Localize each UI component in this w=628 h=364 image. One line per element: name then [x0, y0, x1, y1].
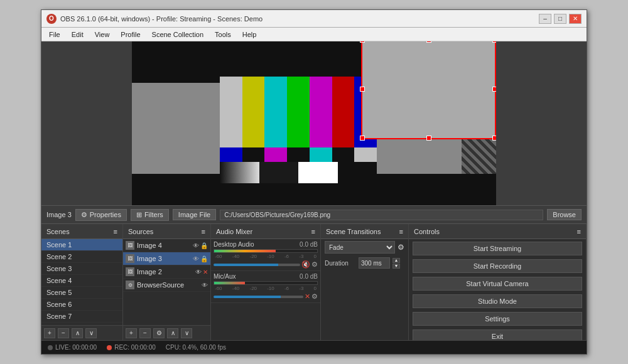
- scene-item-7[interactable]: Scene 7: [41, 311, 122, 323]
- sources-menu-icon[interactable]: ≡: [202, 228, 205, 235]
- source-up-button[interactable]: ∧: [167, 328, 178, 338]
- transitions-header: Scene Transitions ≡: [321, 224, 408, 239]
- start-recording-button[interactable]: Start Recording: [413, 259, 582, 273]
- source-actions-image4: 👁 🔒: [193, 242, 208, 249]
- source-settings-button[interactable]: ⚙: [153, 328, 165, 338]
- app-icon: O: [46, 14, 57, 24]
- source-eye-icon-image4[interactable]: 👁: [193, 242, 199, 249]
- bar-red: [332, 77, 355, 147]
- bar-m1: [220, 147, 242, 162]
- source-lock-icon-image3[interactable]: 🔒: [200, 255, 208, 262]
- studio-mode-button[interactable]: Studio Mode: [413, 294, 582, 308]
- window-title: OBS 26.1.0 (64-bit, windows) - Profile: …: [60, 15, 539, 23]
- selected-source-label: Image 3: [46, 211, 72, 218]
- scenes-panel-header: Scenes ≡: [41, 224, 122, 239]
- desktop-audio-mute[interactable]: 🔇: [301, 260, 310, 269]
- mic-aux-settings[interactable]: ⚙: [311, 292, 318, 301]
- scene-item-2[interactable]: Scene 2: [41, 251, 122, 263]
- menu-edit[interactable]: Edit: [67, 29, 89, 40]
- scene-up-button[interactable]: ∧: [72, 328, 83, 338]
- mic-aux-fader[interactable]: [214, 296, 303, 298]
- menu-scene-collection[interactable]: Scene Collection: [147, 29, 209, 40]
- color-bars: [220, 77, 377, 183]
- transition-type-select[interactable]: Fade Cut Swipe Slide: [325, 241, 395, 254]
- selection-box: [361, 41, 496, 139]
- start-virtual-camera-button[interactable]: Start Virtual Camera: [413, 277, 582, 291]
- properties-button[interactable]: ⚙ Properties: [75, 209, 127, 221]
- transitions-gear-icon[interactable]: ⚙: [398, 243, 404, 252]
- cpu-status: CPU: 0.4%, 60.00 fps: [166, 344, 226, 351]
- handle-mr[interactable]: [492, 87, 496, 92]
- scene-item-4[interactable]: Scene 4: [41, 275, 122, 287]
- scene-item-5[interactable]: Scene 5: [41, 287, 122, 299]
- desktop-audio-settings[interactable]: ⚙: [311, 260, 318, 269]
- scene-item-3[interactable]: Scene 3: [41, 263, 122, 275]
- settings-button[interactable]: Settings: [413, 312, 582, 326]
- source-down-button[interactable]: ∨: [181, 328, 192, 338]
- menu-help[interactable]: Help: [237, 29, 262, 40]
- image-file-button[interactable]: Image File: [173, 209, 216, 220]
- mic-aux-header: Mic/Aux 0.0 dB: [214, 273, 318, 280]
- transitions-panel: Scene Transitions ≡ Fade Cut Swipe Slide…: [321, 224, 409, 340]
- source-actions-browser: 👁: [202, 282, 208, 289]
- close-button[interactable]: ✕: [569, 14, 582, 24]
- desktop-audio-name: Desktop Audio: [214, 241, 254, 248]
- controls-menu-icon[interactable]: ≡: [577, 228, 581, 235]
- start-streaming-button[interactable]: Start Streaming: [413, 242, 582, 255]
- preview-area: [41, 41, 587, 205]
- menu-profile[interactable]: Profile: [116, 29, 145, 40]
- smpte-top: [220, 77, 377, 147]
- filters-button[interactable]: ⊞ Filters: [131, 209, 169, 221]
- scene-down-button[interactable]: ∨: [85, 328, 97, 338]
- source-item-image2[interactable]: 🖼 Image 2 👁 ✕: [123, 265, 210, 279]
- source-label-image3: Image 3: [137, 255, 162, 262]
- scenes-toolbar: + − ∧ ∨: [41, 325, 122, 340]
- mic-meter-scale: -60-40-20-10-6-30: [214, 286, 318, 291]
- source-actions-image3: 👁 🔒: [193, 255, 208, 262]
- menu-tools[interactable]: Tools: [210, 29, 236, 40]
- handle-tl[interactable]: [360, 41, 365, 43]
- audio-mixer-title: Audio Mixer: [216, 228, 252, 235]
- mic-aux-mute[interactable]: ✕: [305, 292, 310, 301]
- scenes-list: Scene 1 Scene 2 Scene 3 Scene 4 Scene 5 …: [41, 239, 122, 325]
- remove-source-button[interactable]: −: [139, 328, 151, 338]
- duration-label: Duration: [325, 260, 356, 267]
- source-item-browser[interactable]: ⚙ BrowserSource 👁: [123, 279, 210, 292]
- mic-aux-name: Mic/Aux: [214, 273, 236, 280]
- duration-down-button[interactable]: ▼: [392, 264, 400, 269]
- handle-tr[interactable]: [492, 41, 496, 43]
- controls-header: Controls ≡: [409, 224, 586, 239]
- source-lock-icon-image4[interactable]: 🔒: [200, 242, 208, 249]
- source-eye-icon-image2[interactable]: 👁: [195, 269, 202, 276]
- duration-input[interactable]: [359, 257, 390, 269]
- menu-file[interactable]: File: [44, 29, 65, 40]
- handle-tm[interactable]: [426, 41, 431, 43]
- add-source-button[interactable]: +: [126, 328, 137, 338]
- scenes-menu-icon[interactable]: ≡: [114, 228, 117, 235]
- bar-b1: [220, 162, 259, 183]
- source-eye-icon-browser[interactable]: 👁: [202, 282, 208, 289]
- scenes-panel: Scenes ≡ Scene 1 Scene 2 Scene 3 Scene 4…: [41, 224, 123, 340]
- maximize-button[interactable]: □: [554, 14, 566, 24]
- scene-item-6[interactable]: Scene 6: [41, 299, 122, 311]
- source-icon-image4: 🖼: [126, 241, 134, 250]
- bar-m3: [264, 147, 287, 162]
- rec-status: REC: 00:00:00: [107, 344, 156, 351]
- smpte-bottom: [220, 162, 377, 183]
- audio-menu-icon[interactable]: ≡: [311, 228, 315, 235]
- browse-button[interactable]: Browse: [547, 209, 582, 220]
- handle-ml[interactable]: [360, 87, 365, 92]
- menu-view[interactable]: View: [90, 29, 115, 40]
- minimize-button[interactable]: –: [539, 14, 551, 24]
- add-scene-button[interactable]: +: [44, 328, 55, 338]
- source-lock-icon-image2[interactable]: ✕: [203, 269, 208, 276]
- source-eye-icon-image3[interactable]: 👁: [193, 255, 199, 262]
- source-item-image4[interactable]: 🖼 Image 4 👁 🔒: [123, 239, 210, 252]
- transitions-menu-icon[interactable]: ≡: [399, 228, 403, 235]
- scene-item-1[interactable]: Scene 1: [41, 239, 122, 251]
- remove-scene-button[interactable]: −: [58, 328, 69, 338]
- bar-m7: [354, 147, 377, 162]
- desktop-audio-fader[interactable]: [214, 264, 300, 266]
- source-item-image3[interactable]: 🖼 Image 3 👁 🔒: [123, 252, 210, 265]
- duration-up-button[interactable]: ▲: [392, 258, 400, 263]
